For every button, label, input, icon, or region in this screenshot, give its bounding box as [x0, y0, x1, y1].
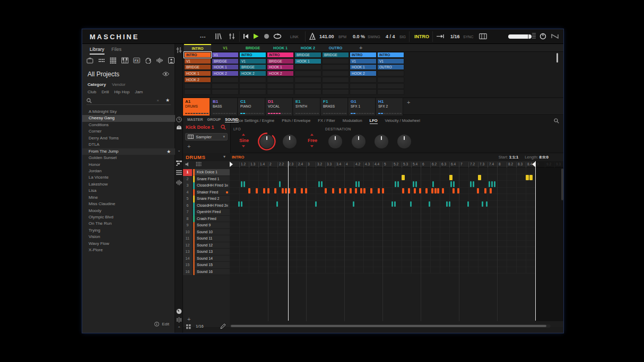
selector-up-icon[interactable] — [242, 134, 245, 136]
list-item[interactable]: Golden Sunset — [82, 155, 175, 161]
empty-clip-slot[interactable] — [377, 83, 404, 89]
sound-name[interactable]: Kick Dolce 1 — [186, 125, 214, 130]
empty-clip-slot[interactable] — [212, 83, 239, 89]
group-tile-b1[interactable]: B1BASS — [211, 98, 238, 116]
group-tile-c1[interactable]: C1PIANO — [238, 98, 265, 116]
midi-keyboard-icon[interactable] — [479, 33, 487, 39]
empty-clip-slot[interactable] — [377, 89, 404, 95]
empty-clip-slot[interactable] — [294, 77, 321, 83]
master-volume-slider[interactable] — [508, 34, 532, 39]
list-item[interactable]: La Vicente — [82, 174, 175, 181]
cutoff-knob-dial[interactable] — [352, 135, 365, 148]
collapse-pattern-chevron-icon[interactable]: ⌃ — [176, 325, 182, 332]
step-grid-value[interactable]: 1/16 — [450, 34, 460, 39]
note-event[interactable] — [363, 188, 365, 194]
note-event[interactable] — [339, 188, 341, 194]
clip-intro[interactable]: INTRO — [350, 52, 377, 58]
empty-clip-slot[interactable] — [377, 77, 404, 83]
clip-bridge[interactable]: BRIDGE — [239, 64, 266, 70]
sound-row[interactable]: 2Snare Fired 1 — [183, 176, 230, 183]
note-event[interactable] — [344, 188, 346, 194]
sound-row[interactable]: 11Sound 11 — [183, 235, 230, 242]
clip-v1[interactable]: V1 — [377, 58, 404, 64]
note-event[interactable] — [491, 181, 493, 187]
note-event[interactable] — [494, 181, 495, 187]
note-event[interactable] — [321, 181, 323, 187]
empty-clip-slot[interactable] — [184, 89, 211, 95]
arranger-view-toggle-icon[interactable] — [176, 47, 182, 54]
tab-library[interactable]: Library — [90, 47, 105, 55]
sound-row[interactable]: 8Crash Fired — [183, 216, 230, 223]
tag-filter[interactable]: Club — [88, 90, 96, 94]
section-tab-hook1[interactable]: HOOK 1 — [267, 44, 294, 52]
param-search-icon[interactable] — [554, 118, 559, 123]
note-event[interactable] — [490, 188, 492, 194]
note-event[interactable] — [489, 181, 490, 187]
channel-tab-master[interactable]: MASTER — [187, 118, 203, 122]
note-event[interactable] — [402, 175, 405, 181]
empty-clip-slot[interactable] — [267, 89, 294, 95]
note-event[interactable] — [391, 201, 393, 207]
sound-row[interactable]: 13Sound 13 — [183, 249, 230, 255]
note-event[interactable] — [282, 188, 284, 194]
clip-hook1[interactable]: HOOK 1 — [350, 64, 377, 70]
empty-clip-slot[interactable] — [184, 83, 211, 89]
sound-row[interactable]: 1Kick Dolce 1 — [183, 169, 230, 176]
groups-icon[interactable] — [110, 57, 117, 64]
mute-speaker-icon[interactable] — [185, 162, 190, 167]
empty-clip-slot[interactable] — [267, 77, 294, 83]
param-tab-fx-filter[interactable]: FX / Filter — [318, 118, 335, 124]
note-event[interactable] — [256, 188, 258, 194]
empty-clip-slot[interactable] — [377, 70, 404, 76]
sound-row[interactable]: 15Sound 15 — [183, 262, 230, 269]
group-tile-a1[interactable]: A1DRUMS — [183, 98, 210, 116]
note-event[interactable] — [478, 175, 481, 181]
group-tile-d1[interactable]: D1VOCAL — [266, 98, 293, 116]
empty-clip-slot[interactable] — [239, 83, 266, 89]
cpu-power-icon[interactable] — [539, 33, 546, 40]
note-event[interactable] — [248, 188, 250, 194]
list-item[interactable]: Conditions — [82, 122, 175, 128]
length-value[interactable]: 8:0:0 — [539, 155, 549, 160]
clip-hook1[interactable]: HOOK 1 — [212, 64, 239, 70]
section-tab-intro[interactable]: INTRO — [184, 44, 211, 52]
note-event[interactable] — [450, 181, 452, 187]
clip-bridge[interactable]: BRIDGE — [322, 52, 349, 58]
sound-row[interactable]: 10Sound 10 — [183, 229, 230, 236]
list-item[interactable]: Vision — [82, 234, 175, 240]
eye-icon[interactable] — [162, 72, 169, 76]
note-event[interactable] — [350, 188, 352, 194]
metronome-icon[interactable] — [309, 33, 316, 40]
empty-clip-slot[interactable] — [239, 89, 266, 95]
filter-tab-vendor[interactable]: Vendor — [112, 82, 125, 87]
loop-button[interactable] — [273, 33, 282, 39]
note-event[interactable] — [449, 175, 452, 181]
list-item[interactable]: Trying — [82, 227, 175, 234]
note-event[interactable] — [457, 188, 459, 194]
pattern-group-name[interactable]: DRUMS — [186, 154, 205, 160]
note-event[interactable] — [432, 181, 434, 187]
scene-scrollbar[interactable] — [556, 53, 558, 63]
clip-hook2[interactable]: HOOK 2 — [212, 70, 239, 76]
current-section-display[interactable]: INTRO — [414, 34, 429, 39]
list-item[interactable]: Lakeshow — [82, 181, 175, 188]
list-view-icon[interactable] — [176, 169, 182, 176]
follow-playhead-icon[interactable] — [437, 34, 444, 39]
add-section-button[interactable]: + — [359, 45, 362, 51]
note-event[interactable] — [467, 201, 469, 207]
note-event[interactable] — [355, 181, 357, 187]
note-event[interactable] — [453, 181, 455, 187]
param-tab-velocity-modwheel[interactable]: Velocity / Modwheel — [385, 118, 420, 124]
favorites-star-icon[interactable]: ★ — [166, 98, 170, 103]
list-item[interactable]: Lisa — [82, 188, 175, 194]
note-event[interactable] — [482, 201, 483, 207]
list-item[interactable]: Derry And Toms — [82, 135, 175, 142]
note-event[interactable] — [446, 201, 448, 207]
empty-clip-slot[interactable] — [294, 89, 321, 95]
clip-hook2[interactable]: HOOK 2 — [184, 77, 211, 83]
note-event[interactable] — [452, 188, 455, 194]
menu-dots-icon[interactable]: ••• — [200, 34, 206, 39]
clip-hook1[interactable]: HOOK 1 — [184, 70, 211, 76]
plugin-device-select[interactable]: Sampler ▾ — [185, 133, 228, 140]
clip-bridge[interactable]: BRIDGE — [212, 58, 239, 64]
